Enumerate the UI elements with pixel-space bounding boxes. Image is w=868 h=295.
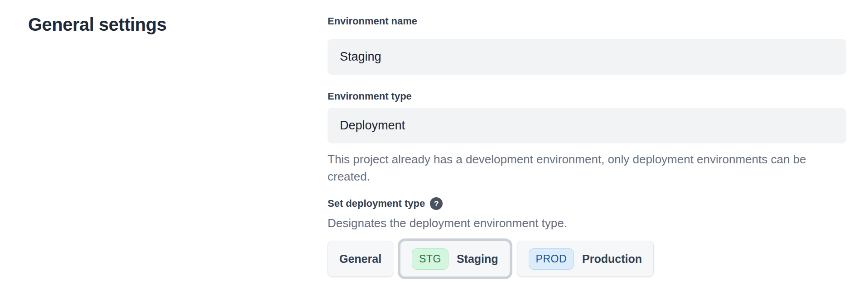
deployment-type-option-staging-label: Staging	[457, 252, 498, 266]
settings-form: Environment name Environment type This p…	[328, 0, 846, 277]
deployment-type-option-staging[interactable]: STG Staging	[400, 241, 510, 277]
deployment-type-option-production[interactable]: PROD Production	[517, 241, 654, 277]
page-title: General settings	[28, 14, 166, 35]
deployment-type-label-row: Set deployment type ?	[328, 197, 846, 210]
deployment-type-field: Set deployment type ? Designates the dep…	[328, 197, 846, 277]
deployment-type-option-general-label: General	[339, 252, 381, 266]
deployment-type-options: General STG Staging PROD Production	[328, 241, 846, 277]
environment-type-help-text: This project already has a development e…	[328, 151, 846, 185]
environment-type-input[interactable]	[328, 108, 846, 143]
environment-name-field: Environment name	[328, 15, 846, 75]
deployment-type-label: Set deployment type	[328, 198, 425, 209]
deployment-type-option-production-label: Production	[582, 252, 642, 266]
environment-type-label: Environment type	[328, 90, 846, 102]
prod-badge: PROD	[529, 248, 574, 270]
staging-badge: STG	[412, 248, 448, 270]
deployment-type-description: Designates the deployment environment ty…	[328, 214, 846, 232]
environment-name-input[interactable]	[328, 39, 846, 75]
deployment-type-option-general[interactable]: General	[328, 241, 393, 277]
environment-type-field: Environment type This project already ha…	[328, 90, 846, 185]
environment-name-label: Environment name	[328, 15, 846, 27]
question-mark-icon[interactable]: ?	[430, 197, 443, 210]
